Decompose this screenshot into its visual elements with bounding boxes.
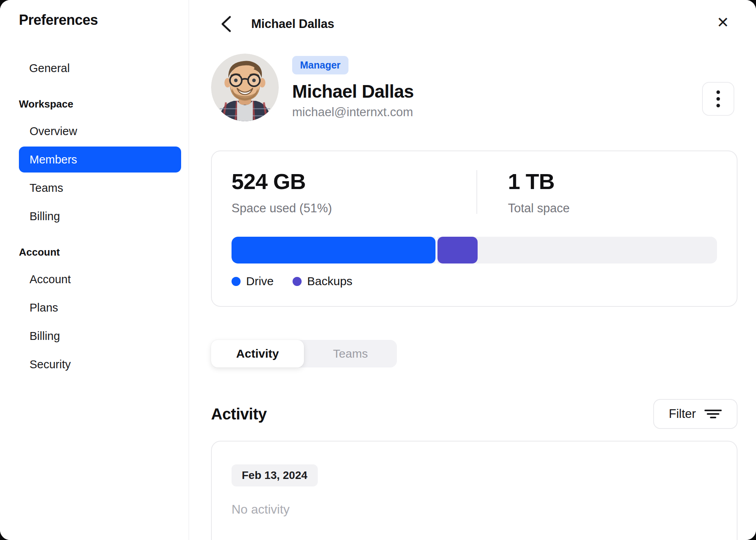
sidebar-item-label: Billing bbox=[30, 210, 60, 223]
tab-teams[interactable]: Teams bbox=[304, 340, 397, 367]
close-icon: ✕ bbox=[717, 14, 729, 31]
storage-legend: Drive Backups bbox=[232, 275, 717, 288]
sidebar-section-label: Account bbox=[19, 246, 60, 258]
profile-info: Manager Michael Dallas michael@internxt.… bbox=[292, 54, 414, 119]
legend-item-backups: Backups bbox=[293, 275, 352, 288]
total-space-stat: 1 TB Total space bbox=[477, 169, 570, 215]
sidebar-item-account[interactable]: Account bbox=[19, 266, 181, 292]
storage-usage-bar bbox=[232, 237, 717, 264]
space-used-value: 524 GB bbox=[232, 169, 476, 194]
total-space-label: Total space bbox=[508, 201, 570, 215]
filter-button-label: Filter bbox=[669, 407, 696, 421]
sidebar-item-label: Members bbox=[30, 153, 77, 166]
sidebar-item-billing-workspace[interactable]: Billing bbox=[19, 203, 181, 229]
drive-usage-segment bbox=[232, 237, 435, 264]
activity-log-card: Feb 13, 2024 No activity bbox=[211, 441, 737, 540]
backups-usage-segment bbox=[437, 237, 478, 264]
sidebar-item-label: Billing bbox=[30, 330, 60, 343]
legend-item-drive: Drive bbox=[232, 275, 274, 288]
chevron-left-icon bbox=[220, 15, 232, 33]
space-used-label: Space used (51%) bbox=[232, 201, 476, 215]
date-chip: Feb 13, 2024 bbox=[232, 464, 318, 486]
total-space-value: 1 TB bbox=[508, 169, 570, 194]
role-badge: Manager bbox=[292, 56, 348, 74]
sidebar-item-members[interactable]: Members bbox=[19, 147, 181, 173]
filter-button[interactable]: Filter bbox=[653, 399, 737, 429]
sidebar-item-label: General bbox=[29, 62, 70, 75]
topbar: Michael Dallas ✕ bbox=[211, 12, 737, 36]
back-button[interactable] bbox=[214, 12, 238, 36]
sidebar-item-security[interactable]: Security bbox=[19, 351, 181, 377]
activity-heading: Activity bbox=[211, 405, 267, 423]
sidebar-title: Preferences bbox=[19, 12, 181, 28]
avatar bbox=[211, 54, 279, 121]
sidebar-item-teams[interactable]: Teams bbox=[19, 175, 181, 201]
sidebar-item-label: Plans bbox=[30, 301, 58, 314]
preferences-modal: Preferences General Workspace Overview M… bbox=[0, 0, 756, 540]
profile-header: Manager Michael Dallas michael@internxt.… bbox=[211, 54, 737, 121]
sidebar-item-label: Overview bbox=[30, 125, 77, 138]
filter-icon bbox=[704, 409, 722, 419]
member-name: Michael Dallas bbox=[292, 81, 414, 102]
storage-stats: 524 GB Space used (51%) 1 TB Total space bbox=[232, 169, 717, 215]
member-email: michael@internxt.com bbox=[292, 105, 414, 119]
backups-dot-icon bbox=[293, 277, 302, 286]
sidebar-section-account: Account bbox=[19, 240, 181, 264]
sidebar-section-label: Workspace bbox=[19, 98, 73, 110]
page-title: Michael Dallas bbox=[251, 17, 334, 31]
sidebar-item-overview[interactable]: Overview bbox=[19, 118, 181, 144]
space-used-stat: 524 GB Space used (51%) bbox=[232, 169, 476, 215]
no-activity-text: No activity bbox=[232, 502, 717, 517]
tab-activity[interactable]: Activity bbox=[211, 340, 304, 367]
sidebar: Preferences General Workspace Overview M… bbox=[0, 0, 189, 540]
sidebar-nav: General Workspace Overview Members Teams… bbox=[19, 55, 181, 377]
member-options-button[interactable] bbox=[702, 82, 734, 116]
sidebar-item-plans[interactable]: Plans bbox=[19, 295, 181, 321]
drive-dot-icon bbox=[232, 277, 241, 286]
storage-card: 524 GB Space used (51%) 1 TB Total space… bbox=[211, 150, 737, 307]
legend-label: Backups bbox=[307, 275, 352, 288]
sidebar-item-general[interactable]: General bbox=[19, 55, 181, 81]
member-detail-panel: Michael Dallas ✕ bbox=[189, 0, 756, 540]
detail-tabs: Activity Teams bbox=[211, 340, 397, 367]
sidebar-item-label: Teams bbox=[30, 182, 63, 195]
sidebar-item-label: Account bbox=[30, 273, 71, 286]
sidebar-item-label: Security bbox=[30, 358, 71, 371]
activity-section-header: Activity Filter bbox=[211, 399, 737, 429]
sidebar-item-billing-account[interactable]: Billing bbox=[19, 323, 181, 349]
legend-label: Drive bbox=[246, 275, 274, 288]
kebab-vertical-icon bbox=[716, 90, 720, 108]
close-button[interactable]: ✕ bbox=[711, 10, 735, 35]
sidebar-section-workspace: Workspace bbox=[19, 92, 181, 116]
